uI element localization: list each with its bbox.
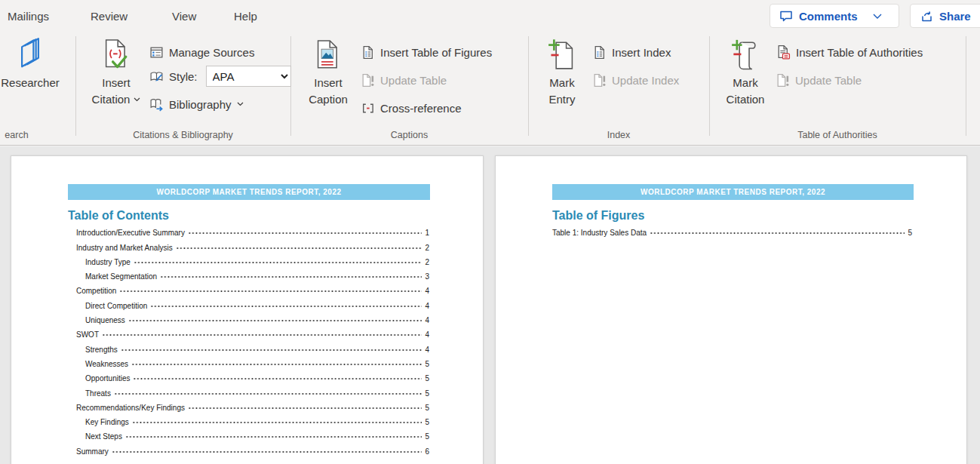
toc-leader-dots — [134, 261, 422, 264]
style-row: Style: APA — [149, 66, 291, 86]
toc-entry[interactable]: Strengths4 — [68, 339, 429, 353]
toc-entry-page: 5 — [425, 360, 429, 368]
table-of-contents-list: Introduction/Executive Summary1Industry … — [68, 223, 429, 456]
group-separator — [528, 36, 529, 136]
toc-leader-dots — [128, 319, 422, 322]
toc-entry-page: 4 — [425, 287, 429, 295]
group-label-index: Index — [528, 130, 709, 140]
toc-leader-dots — [121, 349, 422, 352]
toc-entry[interactable]: Direct Competition4 — [68, 295, 429, 309]
toc-entry-page: 4 — [425, 346, 429, 354]
insert-citation-button[interactable]: Insert Citation — [85, 35, 147, 108]
toc-entry-page: 2 — [425, 244, 429, 252]
toc-entry[interactable]: Table 1: Industry Sales Data5 — [552, 223, 912, 237]
style-label: Style: — [169, 70, 198, 83]
toc-entry-label: Table 1: Industry Sales Data — [552, 229, 647, 237]
toc-leader-dots — [131, 363, 422, 366]
table-of-contents-title: Table of Contents — [68, 209, 169, 223]
toc-leader-dots — [119, 290, 422, 293]
toc-entry[interactable]: Next Steps5 — [68, 426, 429, 441]
toc-entry-label: Weaknesses — [85, 360, 128, 368]
update-table-label-captions: Update Table — [380, 74, 447, 87]
share-button-label: Share — [939, 10, 971, 23]
toc-entry-label: Recommendations/Key Findings — [76, 404, 185, 412]
toc-leader-dots — [650, 232, 905, 235]
table-of-figures-title: Table of Figures — [552, 209, 644, 223]
toc-entry[interactable]: Key Findings5 — [68, 412, 429, 426]
toc-leader-dots — [114, 392, 422, 395]
toc-entry-page: 4 — [425, 302, 429, 310]
bibliography-button[interactable]: Bibliography — [149, 94, 244, 114]
researcher-button[interactable]: Researcher — [0, 35, 71, 91]
update-table-icon — [776, 73, 790, 88]
toc-entry-page: 6 — [425, 447, 429, 456]
document-page-figures[interactable]: WORLDCORP MARKET TRENDS REPORT, 2022 Tab… — [495, 155, 967, 464]
toc-entry[interactable]: SWOT4 — [68, 324, 429, 339]
toc-leader-dots — [188, 232, 422, 235]
comments-button[interactable]: Comments — [770, 4, 899, 28]
comments-button-label: Comments — [799, 10, 858, 23]
toc-leader-dots — [160, 275, 422, 278]
mark-citation-label-line1: Mark — [733, 75, 757, 91]
toc-entry-page: 1 — [425, 229, 429, 237]
insert-table-of-figures-button[interactable]: Insert Table of Figures — [361, 42, 492, 62]
toc-leader-dots — [102, 333, 422, 336]
insert-caption-button[interactable]: Insert Caption — [299, 35, 358, 108]
toc-entry-page: 5 — [425, 404, 429, 412]
insert-index-button[interactable]: Insert Index — [592, 42, 671, 62]
toc-entry[interactable]: Uniqueness4 — [68, 310, 429, 324]
toc-entry-label: Market Segmentation — [85, 272, 157, 281]
insert-index-icon — [592, 45, 607, 60]
toc-entry-label: Introduction/Executive Summary — [76, 229, 185, 237]
style-select[interactable]: APA — [206, 66, 291, 87]
toc-leader-dots — [176, 247, 422, 250]
insert-citation-chevron-icon — [134, 97, 140, 102]
insert-table-of-authorities-label: Insert Table of Authorities — [796, 46, 923, 59]
toc-entry[interactable]: Weaknesses5 — [68, 354, 429, 368]
comments-dropdown-chevron[interactable] — [873, 14, 882, 19]
title-menu-bar: Mailings Review View Help Comments Share — [0, 0, 980, 32]
tab-mailings[interactable]: Mailings — [8, 0, 49, 32]
toc-entry[interactable]: Introduction/Executive Summary1 — [68, 223, 429, 237]
mark-citation-label-line2: Citation — [727, 91, 765, 108]
mark-citation-button[interactable]: Mark Citation — [715, 35, 776, 108]
cross-reference-button[interactable]: Cross-reference — [361, 98, 462, 118]
mark-entry-button[interactable]: Mark Entry — [536, 35, 588, 108]
researcher-button-label: Researcher — [1, 75, 60, 91]
toc-entry[interactable]: Summary6 — [68, 441, 429, 455]
ribbon-references-tab: Researcher earch Insert Citation — [0, 32, 980, 146]
manage-sources-icon — [149, 45, 164, 60]
toc-entry[interactable]: Market Segmentation3 — [68, 266, 429, 281]
update-table-icon — [361, 73, 375, 88]
insert-table-of-authorities-button[interactable]: Insert Table of Authorities — [776, 42, 923, 62]
update-table-label-authorities: Update Table — [795, 74, 862, 87]
toc-entry[interactable]: Industry and Market Analysis2 — [68, 237, 429, 251]
toc-leader-dots — [112, 450, 422, 453]
tab-review[interactable]: Review — [91, 0, 127, 32]
group-label-captions: Captions — [290, 130, 528, 140]
toc-entry-label: Threats — [85, 389, 111, 398]
document-page-contents[interactable]: WORLDCORP MARKET TRENDS REPORT, 2022 Tab… — [11, 155, 484, 464]
page-header-bar: WORLDCORP MARKET TRENDS REPORT, 2022 — [552, 184, 914, 200]
toc-entry[interactable]: Competition4 — [68, 281, 429, 295]
toc-leader-dots — [125, 435, 422, 438]
toc-entry-label: Uniqueness — [85, 316, 125, 324]
toc-leader-dots — [188, 407, 422, 410]
mark-entry-icon — [548, 35, 576, 75]
tab-view[interactable]: View — [172, 0, 196, 32]
insert-index-label: Insert Index — [612, 46, 671, 59]
toc-entry-label: Strengths — [85, 346, 118, 354]
toc-entry-page: 4 — [425, 330, 429, 339]
toc-entry-label: Opportunities — [85, 374, 130, 383]
toc-entry[interactable]: Threats5 — [68, 383, 429, 397]
toc-entry[interactable]: Industry Type2 — [68, 252, 429, 266]
tab-help[interactable]: Help — [234, 0, 257, 32]
toc-entry[interactable]: Opportunities5 — [68, 368, 429, 383]
document-canvas[interactable]: WORLDCORP MARKET TRENDS REPORT, 2022 Tab… — [0, 146, 980, 464]
manage-sources-button[interactable]: Manage Sources — [149, 42, 254, 62]
toc-leader-dots — [150, 305, 422, 308]
share-button[interactable]: Share — [910, 4, 980, 28]
toc-entry-label: Summary — [76, 447, 109, 456]
toc-entry[interactable]: Recommendations/Key Findings5 — [68, 398, 429, 412]
update-table-button-captions: Update Table — [361, 70, 447, 90]
